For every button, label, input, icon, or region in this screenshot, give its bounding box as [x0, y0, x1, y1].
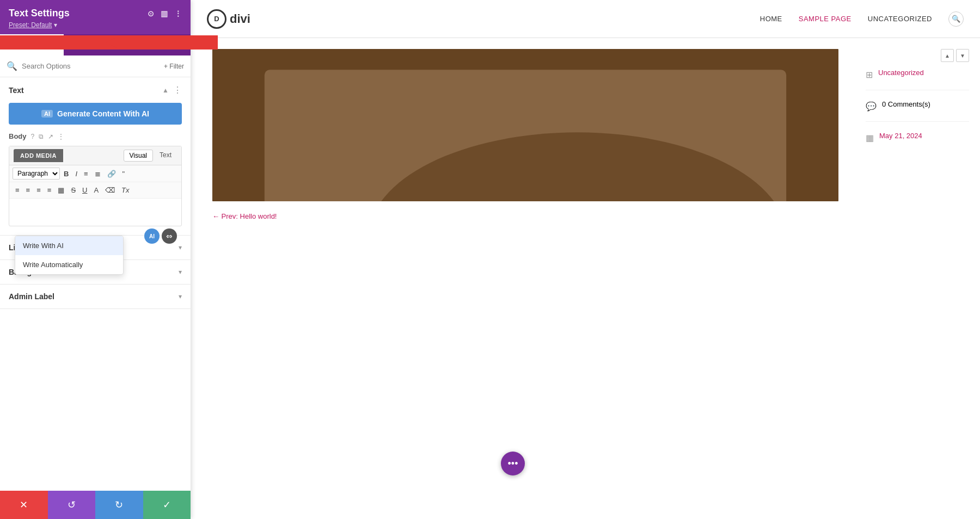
admin-label-section-header[interactable]: Admin Label ▾ [0, 285, 191, 308]
widget-comments: 💬 0 Comments(s) [866, 100, 969, 122]
text-section-title: Text [9, 86, 24, 95]
write-with-ai-item[interactable]: Write With AI [15, 236, 123, 255]
sidebar-arrow-down[interactable]: ▼ [956, 49, 969, 62]
panel-body: Text ▲ ⋮ AI Generate Content With AI Bod… [0, 77, 191, 519]
top-nav: D divi HOME SAMPLE PAGE UNCATEGORIZED 🔍 [191, 0, 980, 38]
tab-visual[interactable]: Visual [124, 150, 153, 162]
left-panel: Text Settings ⊙ ▥ ⋮ Preset: Default ▾ Co… [0, 0, 191, 519]
tab-content[interactable]: Content [0, 34, 64, 55]
text-section: Text ▲ ⋮ AI Generate Content With AI Bod… [0, 77, 191, 236]
paragraph-select[interactable]: Paragraph Heading 1 Heading 2 [13, 168, 60, 180]
editor-content[interactable]: Write With AI Write Automatically AI ⇔ [9, 199, 181, 226]
panel-title-row: Text Settings ⊙ ▥ ⋮ [9, 8, 182, 19]
strikethrough-button[interactable]: S [68, 184, 78, 196]
text-section-content: AI Generate Content With AI Body ? ⧉ ↗ ⋮… [0, 103, 191, 235]
body-copy-icon[interactable]: ⧉ [39, 133, 44, 140]
ul-button[interactable]: ≡ [81, 168, 91, 180]
link-section-chevron: ▾ [179, 244, 182, 251]
nav-logo: D divi [207, 9, 250, 29]
ai-float-button[interactable]: AI [144, 228, 160, 244]
comments-text: 0 Comments(s) [882, 100, 930, 108]
date-icon: ▦ [866, 133, 874, 143]
toolbar-row1: Paragraph Heading 1 Heading 2 B I ≡ ≣ 🔗 … [9, 165, 181, 182]
prev-link[interactable]: ← Prev: Hello world! [212, 212, 838, 220]
nav-link-home[interactable]: HOME [760, 15, 782, 23]
page-content: ← Prev: Hello world! ▲ ▼ ⊞ Uncategorized… [191, 38, 980, 519]
hero-image-overlay [212, 49, 838, 201]
text-section-menu[interactable]: ⋮ [173, 85, 182, 95]
admin-label-chevron: ▾ [179, 293, 182, 300]
body-arrow-icon[interactable]: ↗ [48, 133, 53, 140]
widget-sidebar: ▲ ▼ ⊞ Uncategorized 💬 0 Comments(s) ▦ Ma… [860, 38, 980, 519]
panel-preset[interactable]: Preset: Default ▾ [9, 21, 182, 29]
align-right-button[interactable]: ≡ [34, 184, 44, 196]
text-section-header[interactable]: Text ▲ ⋮ [0, 77, 191, 103]
panel-tabs: Content Design Advanced [0, 34, 191, 55]
generate-ai-button[interactable]: AI Generate Content With AI [9, 103, 182, 125]
tab-text[interactable]: Text [154, 150, 177, 162]
widget-category: ⊞ Uncategorized [866, 69, 969, 90]
editor-wrapper: ADD MEDIA Visual Text Paragraph Heading … [9, 146, 182, 226]
category-text[interactable]: Uncategorized [878, 69, 924, 77]
panel-title-icons: ⊙ ▥ ⋮ [148, 9, 182, 18]
undo-button[interactable]: ↺ [48, 491, 96, 519]
eraser-button[interactable]: ⌫ [102, 184, 118, 196]
panel-header: Text Settings ⊙ ▥ ⋮ Preset: Default ▾ [0, 0, 191, 34]
italic-button[interactable]: I [72, 168, 80, 180]
nav-search-button[interactable]: 🔍 [948, 11, 964, 27]
sidebar-arrow-up[interactable]: ▲ [941, 49, 954, 62]
more-icon[interactable]: ⋮ [174, 9, 182, 18]
ai-dropdown-menu: Write With AI Write Automatically [15, 236, 124, 275]
nav-link-uncategorized[interactable]: UNCATEGORIZED [868, 15, 932, 23]
double-arrow-button[interactable]: ⇔ [162, 228, 177, 244]
body-help-icon[interactable]: ? [31, 133, 35, 140]
text-section-chevron-up[interactable]: ▲ [162, 86, 169, 94]
tab-design[interactable]: Design [64, 34, 127, 55]
body-label-row: Body ? ⧉ ↗ ⋮ [9, 132, 182, 140]
link-button[interactable]: 🔗 [105, 168, 119, 180]
cancel-button[interactable]: ✕ [0, 491, 48, 519]
media-tabs-row: ADD MEDIA Visual Text [9, 146, 181, 165]
add-media-button[interactable]: ADD MEDIA [14, 149, 63, 162]
panel-title-text: Text Settings [9, 8, 70, 19]
ol-button[interactable]: ≣ [92, 168, 103, 180]
underline-button[interactable]: U [79, 184, 90, 196]
align-center-button[interactable]: ≡ [23, 184, 33, 196]
nav-link-sample-page[interactable]: SAMPLE PAGE [799, 15, 852, 23]
text-section-actions: ▲ ⋮ [162, 85, 182, 95]
admin-label-title: Admin Label [9, 292, 54, 301]
sidebar-arrows: ▲ ▼ [866, 49, 969, 62]
generate-ai-label: Generate Content With AI [57, 109, 149, 118]
search-bar: 🔍 + Filter [0, 55, 191, 77]
floating-dots-button[interactable]: ••• [501, 452, 525, 475]
align-left-button[interactable]: ≡ [13, 184, 22, 196]
right-area: D divi HOME SAMPLE PAGE UNCATEGORIZED 🔍 [191, 0, 980, 519]
search-input[interactable] [22, 62, 160, 70]
settings-icon[interactable]: ⊙ [148, 9, 154, 18]
quote-button[interactable]: " [120, 168, 128, 180]
date-text: May 21, 2024 [879, 132, 922, 140]
filter-button[interactable]: + Filter [164, 63, 184, 70]
save-button[interactable]: ✓ [143, 491, 191, 519]
redo-button[interactable]: ↻ [95, 491, 143, 519]
admin-label-section: Admin Label ▾ [0, 285, 191, 309]
ai-badge: AI [41, 110, 53, 118]
italic2-button[interactable]: Tx [119, 184, 132, 196]
search-icon: 🔍 [7, 61, 17, 71]
write-automatically-item[interactable]: Write Automatically [15, 255, 123, 274]
logo-circle: D [207, 9, 226, 29]
main-content: ← Prev: Hello world! [191, 38, 860, 519]
widget-date: ▦ May 21, 2024 [866, 132, 969, 153]
body-more-icon[interactable]: ⋮ [58, 133, 64, 140]
nav-links: HOME SAMPLE PAGE UNCATEGORIZED 🔍 [760, 11, 964, 27]
category-icon: ⊞ [866, 70, 873, 80]
comments-icon: 💬 [866, 101, 877, 112]
align-justify-button[interactable]: ≡ [45, 184, 54, 196]
toolbar-row2: ≡ ≡ ≡ ≡ ▦ S U A ⌫ Tx [9, 182, 181, 199]
body-label: Body [9, 132, 27, 140]
bold-button[interactable]: B [61, 168, 71, 180]
table-button[interactable]: ▦ [55, 184, 67, 196]
color-button[interactable]: A [91, 184, 101, 196]
tab-advanced[interactable]: Advanced [127, 34, 191, 55]
columns-icon[interactable]: ▥ [161, 9, 168, 18]
